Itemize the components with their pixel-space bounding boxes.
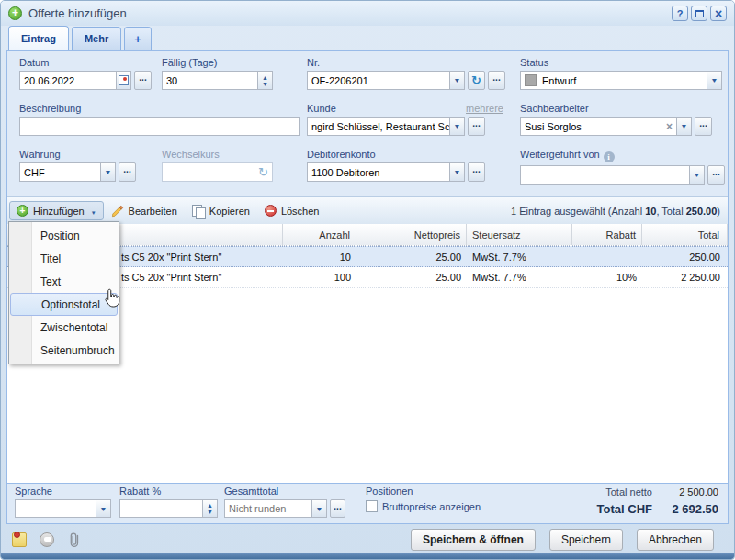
item-rabatt: 10% xyxy=(572,267,642,287)
weitergefuehrt-input[interactable] xyxy=(520,165,689,185)
nr-label: Nr. xyxy=(307,57,507,68)
total-chf-value: 2 692.50 xyxy=(652,502,718,516)
sachbearbeiter-value: Susi Sorglos xyxy=(525,121,582,132)
debitorenkonto-input[interactable]: 1100 Debitoren xyxy=(307,162,449,182)
datum-label: Datum xyxy=(19,57,153,68)
gesamttotal-select[interactable] xyxy=(224,499,311,518)
kunde-more-button[interactable] xyxy=(468,117,485,136)
bearbeiten-button[interactable]: Bearbeiten xyxy=(104,201,185,221)
hinzufuegen-button[interactable]: Hinzufügen xyxy=(9,201,104,220)
waehrung-input[interactable]: CHF xyxy=(19,162,100,182)
kunde-input[interactable]: ngird Schlüssel, Restaurant Schlüssel xyxy=(307,117,449,136)
item-anzahl: 10 xyxy=(283,247,356,266)
faellig-label: Fällig (Tage) xyxy=(162,57,273,68)
loeschen-button[interactable]: Löschen xyxy=(257,201,327,220)
sachbearbeiter-dropdown-trigger[interactable] xyxy=(676,117,692,136)
datum-more-button[interactable] xyxy=(134,71,152,90)
status-value: Entwurf xyxy=(542,75,576,86)
item-steuersatz: MwSt. 7.7% xyxy=(467,247,572,266)
nr-more-button[interactable] xyxy=(488,71,505,90)
kunde-label: Kunde xyxy=(307,103,336,114)
bruttopreise-checkbox[interactable] xyxy=(366,500,378,512)
copy-icon xyxy=(192,205,205,218)
clear-icon[interactable] xyxy=(666,120,673,133)
menu-item-seitenumbruch[interactable]: Seitenumbruch xyxy=(9,339,119,362)
menu-item-titel[interactable]: Titel xyxy=(9,247,119,270)
dialog-footer: Speichern & öffnen Speichern Abbrechen xyxy=(1,524,734,554)
wechselkurs-input xyxy=(162,162,273,182)
kunde-dropdown-trigger[interactable] xyxy=(449,117,465,136)
close-button[interactable] xyxy=(710,6,727,21)
col-header-anzahl[interactable]: Anzahl xyxy=(283,224,356,245)
waehrung-dropdown-trigger[interactable] xyxy=(100,162,116,182)
tab-mehr[interactable]: Mehr xyxy=(72,27,121,50)
add-circle-icon xyxy=(8,6,22,20)
maximize-icon xyxy=(695,10,704,17)
spinner-up-icon xyxy=(262,74,268,81)
spinner-down-icon xyxy=(207,509,213,515)
item-total: 2 250.00 xyxy=(642,267,728,287)
abbrechen-button[interactable]: Abbrechen xyxy=(637,529,714,551)
pencil-icon xyxy=(111,205,124,218)
calendar-trigger[interactable] xyxy=(116,71,131,90)
sprache-dropdown-trigger[interactable] xyxy=(96,499,111,518)
sprache-label: Sprache xyxy=(15,486,111,497)
status-dropdown-trigger[interactable] xyxy=(707,71,722,90)
col-header-nettopreis[interactable]: Nettopreis xyxy=(356,224,467,245)
beschreibung-input[interactable] xyxy=(19,117,300,136)
nr-refresh-button[interactable] xyxy=(468,71,485,90)
nr-input[interactable]: OF-2206201 xyxy=(307,71,449,90)
faellig-input[interactable]: 30 xyxy=(162,71,257,90)
datum-input[interactable]: 20.06.2022 xyxy=(19,71,116,90)
gesamttotal-dropdown-trigger[interactable] xyxy=(311,499,327,518)
status-select[interactable]: Entwurf xyxy=(520,71,707,90)
sprache-select[interactable] xyxy=(15,499,96,518)
sachbearbeiter-more-button[interactable] xyxy=(695,117,712,136)
gesamttotal-more-button[interactable] xyxy=(330,499,345,518)
status-label: Status xyxy=(520,57,722,68)
rabatt-input[interactable] xyxy=(119,499,202,518)
faellig-spinner[interactable] xyxy=(257,71,273,90)
window-bottom-edge xyxy=(1,553,734,559)
menu-item-zwischentotal[interactable]: Zwischentotal xyxy=(9,316,119,339)
gesamttotal-label: Gesamttotal xyxy=(224,486,362,497)
speichern-oeffnen-button[interactable]: Speichern & öffnen xyxy=(411,529,536,551)
dropdown-arrow-icon xyxy=(91,206,96,217)
delete-icon xyxy=(265,205,277,217)
comment-icon[interactable] xyxy=(40,532,54,547)
rabatt-label: Rabatt % xyxy=(119,486,218,497)
speichern-button[interactable]: Speichern xyxy=(549,529,623,551)
positions-toolbar: Hinzufügen Bearbeiten Kopieren Löschen 1… xyxy=(7,196,728,224)
hinzufuegen-label: Hinzufügen xyxy=(33,206,85,217)
nr-dropdown-trigger[interactable] xyxy=(449,71,465,90)
bearbeiten-label: Bearbeiten xyxy=(129,206,177,217)
tab-add-button[interactable] xyxy=(124,27,152,50)
loeschen-label: Löschen xyxy=(281,206,320,217)
debitorenkonto-label: Debitorenkonto xyxy=(307,149,503,160)
status-color-swatch xyxy=(525,74,537,86)
debitorenkonto-more-button[interactable] xyxy=(468,162,485,182)
note-icon[interactable] xyxy=(12,532,27,547)
sachbearbeiter-input[interactable]: Susi Sorglos xyxy=(520,117,676,136)
wechselkurs-label: Wechselkurs xyxy=(162,149,273,160)
waehrung-more-button[interactable] xyxy=(119,162,136,182)
tab-eintrag[interactable]: Eintrag xyxy=(8,26,69,50)
rabatt-spinner[interactable] xyxy=(202,499,218,518)
totals-summary: Total netto2 500.00 Total CHF2 692.50 xyxy=(597,487,718,516)
debitorenkonto-dropdown-trigger[interactable] xyxy=(449,162,465,182)
paperclip-icon[interactable] xyxy=(67,532,82,548)
maximize-button[interactable] xyxy=(691,6,707,21)
kunde-mehrere-link[interactable]: mehrere xyxy=(466,103,503,114)
weitergefuehrt-more-button[interactable] xyxy=(707,165,725,185)
help-button[interactable] xyxy=(672,6,688,21)
menu-item-position[interactable]: Position xyxy=(9,224,119,247)
kopieren-button[interactable]: Kopieren xyxy=(185,201,257,221)
waehrung-label: Währung xyxy=(19,149,137,160)
spinner-down-icon xyxy=(262,81,268,87)
weitergefuehrt-dropdown-trigger[interactable] xyxy=(689,165,705,185)
col-header-steuersatz[interactable]: Steuersatz xyxy=(467,224,572,245)
sachbearbeiter-label: Sachbearbeiter xyxy=(520,103,712,114)
item-total: 250.00 xyxy=(642,247,728,266)
col-header-rabatt[interactable]: Rabatt xyxy=(572,224,642,245)
col-header-total[interactable]: Total xyxy=(642,224,728,245)
